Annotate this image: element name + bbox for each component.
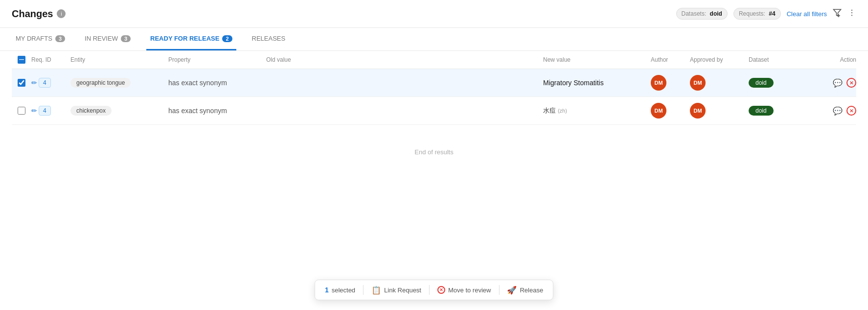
tab-in-review-badge: 3 xyxy=(121,35,131,42)
row1-req-num: 4 xyxy=(39,78,51,88)
page-title: Changes xyxy=(12,8,53,20)
row2-reject-icon xyxy=(846,106,856,116)
end-of-results: End of results xyxy=(12,125,856,179)
row2-comment-button[interactable]: 💬 xyxy=(833,106,843,116)
table-row: ✏ 4 chickenpox has exact synonym 水痘 (zh)… xyxy=(12,97,856,125)
move-to-review-label: Move to review xyxy=(448,286,491,294)
header-action: Action xyxy=(817,56,856,63)
tab-my-drafts-label: MY DRAFTS xyxy=(16,35,52,42)
header-left: Changes i xyxy=(12,8,66,20)
row2-id-col: ✏ 4 xyxy=(31,106,70,116)
svg-point-3 xyxy=(851,9,852,10)
link-request-button[interactable]: 📋 Link Request xyxy=(371,286,421,295)
row1-entity-tag: geographic tongue xyxy=(70,78,131,88)
row1-dataset-badge: doid xyxy=(749,78,774,88)
row1-dataset-col: doid xyxy=(749,78,817,88)
tab-bar: MY DRAFTS 3 IN REVIEW 3 READY FOR RELEAS… xyxy=(0,28,868,51)
requests-label: Requests: xyxy=(739,10,765,17)
row2-chinese-value: 水痘 xyxy=(543,107,556,114)
menu-button[interactable] xyxy=(847,8,856,20)
table-container: Req. ID Entity Property Old value New va… xyxy=(0,51,868,179)
header: Changes i Datasets: doid Requests: #4 Cl… xyxy=(0,0,868,28)
datasets-label: Datasets: xyxy=(682,10,707,17)
svg-point-5 xyxy=(851,15,852,16)
info-icon[interactable]: i xyxy=(57,9,66,18)
row2-reject-button[interactable] xyxy=(846,106,856,116)
row2-approved-avatar: DM xyxy=(690,103,706,119)
divider-1 xyxy=(363,285,364,295)
row1-comment-button[interactable]: 💬 xyxy=(833,78,843,88)
selected-count: 1 xyxy=(325,286,329,294)
row2-action-col: 💬 xyxy=(817,106,856,116)
row1-author-col: DM xyxy=(651,75,690,91)
header-req-id: Req. ID xyxy=(31,56,70,63)
page-container: Changes i Datasets: doid Requests: #4 Cl… xyxy=(0,0,868,310)
release-label: Release xyxy=(520,286,543,294)
row2-new-value-col: 水痘 (zh) xyxy=(543,106,651,115)
tab-in-review-label: IN REVIEW xyxy=(85,35,118,42)
tab-ready-for-release-label: READY FOR RELEASE xyxy=(150,35,219,42)
row2-author-col: DM xyxy=(651,103,690,119)
row2-req-num: 4 xyxy=(39,106,51,116)
tab-in-review[interactable]: IN REVIEW 3 xyxy=(81,28,135,50)
svg-marker-0 xyxy=(834,9,841,16)
tab-ready-for-release[interactable]: READY FOR RELEASE 2 xyxy=(146,28,236,50)
row1-checkbox[interactable] xyxy=(18,79,25,87)
row1-req-id-badge: ✏ 4 xyxy=(31,78,51,88)
header-approved-by: Approved by xyxy=(690,56,749,63)
divider-2 xyxy=(429,285,430,295)
requests-value: #4 xyxy=(769,10,775,17)
row1-check-col xyxy=(12,79,31,87)
row1-edit-icon: ✏ xyxy=(31,79,37,87)
tab-releases[interactable]: RELEASES xyxy=(248,28,290,50)
tab-ready-for-release-badge: 2 xyxy=(222,35,232,42)
row1-author-avatar: DM xyxy=(651,75,666,91)
header-dataset: Dataset xyxy=(749,56,817,63)
header-check-col xyxy=(12,56,31,64)
header-entity: Entity xyxy=(70,56,168,63)
move-to-review-icon: ✕ xyxy=(437,286,445,294)
row1-reject-icon xyxy=(846,78,856,88)
requests-filter-chip: Requests: #4 xyxy=(733,8,781,20)
row2-req-id-badge: ✏ 4 xyxy=(31,106,51,116)
selected-label: selected xyxy=(332,286,355,294)
row2-edit-icon: ✏ xyxy=(31,107,37,115)
row1-approved-col: DM xyxy=(690,75,749,91)
release-button[interactable]: 🚀 Release xyxy=(507,286,543,295)
table-row: ✏ 4 geographic tongue has exact synonym … xyxy=(12,69,856,97)
row2-lang-label: (zh) xyxy=(558,108,567,114)
row1-new-value-col: Migratory Stomatitis xyxy=(543,79,651,87)
select-all-checkbox[interactable] xyxy=(18,56,25,64)
header-old-value: Old value xyxy=(266,56,543,63)
bottom-action-bar: 1 selected 📋 Link Request ✕ Move to revi… xyxy=(315,280,553,300)
move-to-review-button[interactable]: ✕ Move to review xyxy=(437,286,491,294)
divider-3 xyxy=(499,285,499,295)
tab-releases-label: RELEASES xyxy=(252,35,286,42)
row1-action-col: 💬 xyxy=(817,78,856,88)
link-request-label: Link Request xyxy=(384,286,421,294)
row1-property-col: has exact synonym xyxy=(168,79,266,87)
tab-my-drafts[interactable]: MY DRAFTS 3 xyxy=(12,28,69,50)
row1-approved-avatar: DM xyxy=(690,75,706,91)
header-new-value: New value xyxy=(543,56,651,63)
filter-add-button[interactable] xyxy=(833,8,842,20)
datasets-filter-chip: Datasets: doid xyxy=(676,8,728,20)
row2-property-col: has exact synonym xyxy=(168,107,266,115)
row2-checkbox[interactable] xyxy=(18,107,25,115)
row1-reject-button[interactable] xyxy=(846,78,856,88)
row1-id-col: ✏ 4 xyxy=(31,78,70,88)
header-author: Author xyxy=(651,56,690,63)
header-property: Property xyxy=(168,56,266,63)
row2-entity-col: chickenpox xyxy=(70,106,168,116)
row2-check-col xyxy=(12,107,31,115)
table-header: Req. ID Entity Property Old value New va… xyxy=(12,51,856,69)
selection-count: 1 selected xyxy=(325,286,355,294)
row2-author-avatar: DM xyxy=(651,103,666,119)
row2-approved-col: DM xyxy=(690,103,749,119)
tab-my-drafts-badge: 3 xyxy=(55,35,65,42)
release-icon: 🚀 xyxy=(507,286,517,295)
svg-point-4 xyxy=(851,12,852,13)
clear-filters-link[interactable]: Clear all filters xyxy=(787,10,827,18)
datasets-value: doid xyxy=(710,10,722,17)
row2-dataset-badge: doid xyxy=(749,106,774,116)
